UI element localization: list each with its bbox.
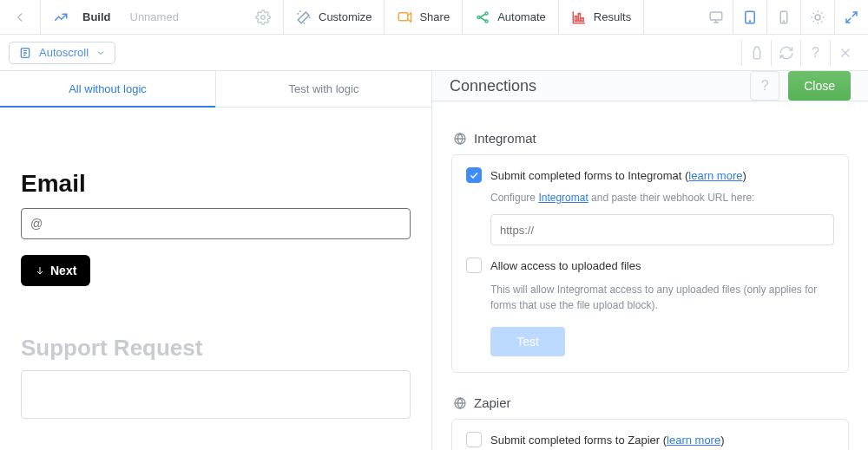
sun-icon [810, 10, 825, 25]
autoscroll-label: Autoscroll [39, 46, 89, 59]
share-tab[interactable]: Share [385, 0, 463, 34]
integromat-submit-label: Submit completed forms to Integromat (le… [490, 169, 746, 182]
integromat-allow-files-label: Allow access to uploaded files [490, 259, 641, 272]
panel-help-button[interactable]: ? [750, 71, 779, 101]
svg-point-13 [815, 15, 820, 20]
refresh-icon [779, 45, 794, 61]
zapier-submit-label: Submit completed forms to Zapier (learn … [490, 434, 725, 447]
device-mobile-button[interactable] [767, 0, 801, 34]
automate-tab[interactable]: Automate [463, 0, 559, 34]
integromat-configure-hint: Configure Integromat and paste their web… [490, 190, 834, 205]
zapier-learn-more-link[interactable]: learn more [667, 434, 720, 447]
toolbar-trash-button[interactable] [741, 40, 771, 66]
autoscroll-icon [18, 46, 32, 60]
zapier-submit-checkbox[interactable] [466, 432, 482, 447]
question-icon: ? [812, 45, 819, 61]
arrow-down-icon [35, 265, 45, 276]
globe-icon [453, 396, 467, 410]
mobile-icon [776, 10, 792, 25]
theme-button[interactable] [801, 0, 835, 34]
panel-title: Connections [450, 77, 536, 95]
svg-rect-5 [575, 16, 576, 21]
tab-test-with-logic[interactable]: Test with logic [216, 71, 431, 107]
form-settings-button[interactable] [255, 10, 271, 25]
integromat-webhook-input[interactable] [490, 214, 834, 245]
share-icon [397, 10, 412, 25]
svg-point-3 [485, 12, 488, 15]
integromat-card: Submit completed forms to Integromat (le… [451, 154, 849, 373]
tab-all-without-logic[interactable]: All without logic [0, 71, 216, 107]
results-icon [571, 10, 587, 25]
build-tab[interactable]: Build [82, 10, 111, 23]
back-button[interactable] [0, 0, 41, 34]
autoscroll-dropdown[interactable]: Autoscroll [9, 42, 115, 64]
integromat-allow-files-checkbox[interactable] [466, 258, 482, 273]
zapier-card: Submit completed forms to Zapier (learn … [451, 419, 849, 450]
next-button[interactable]: Next [21, 255, 90, 286]
integromat-allow-files-hint: This will allow Integromat access to any… [490, 282, 834, 313]
zapier-section-title: Zapier [453, 395, 847, 410]
close-icon [838, 45, 853, 61]
toolbar-close-button[interactable] [830, 40, 859, 66]
svg-point-10 [749, 20, 750, 21]
build-icon [53, 10, 69, 25]
globe-icon [453, 132, 467, 146]
svg-rect-6 [578, 13, 580, 21]
customize-tab[interactable]: Customize [284, 0, 385, 34]
expand-icon [844, 10, 859, 25]
integromat-learn-more-link[interactable]: learn more [688, 169, 742, 182]
chevron-left-icon [12, 10, 28, 25]
results-tab[interactable]: Results [559, 0, 644, 34]
svg-point-0 [261, 15, 266, 19]
email-input[interactable] [21, 208, 411, 239]
close-button[interactable]: Close [788, 71, 851, 101]
tablet-icon [742, 10, 758, 25]
svg-point-12 [783, 20, 784, 21]
svg-point-2 [477, 16, 480, 18]
form-name[interactable]: Unnamed [130, 10, 179, 23]
toolbar-help-button[interactable]: ? [800, 40, 830, 66]
integromat-configure-link[interactable]: Integromat [538, 192, 588, 204]
svg-rect-8 [710, 12, 722, 20]
check-icon [469, 170, 479, 180]
svg-rect-7 [582, 17, 583, 21]
toolbar-refresh-button[interactable] [771, 40, 800, 66]
fullscreen-button[interactable] [835, 0, 868, 34]
integromat-test-button[interactable]: Test [490, 327, 565, 356]
gear-icon [255, 10, 271, 25]
svg-rect-1 [399, 12, 409, 20]
automate-icon [475, 10, 490, 25]
support-request-block[interactable] [21, 370, 411, 419]
chevron-down-icon [95, 48, 106, 58]
svg-point-4 [485, 20, 488, 23]
device-desktop-button[interactable] [700, 0, 733, 34]
wand-icon [296, 10, 312, 25]
integromat-submit-checkbox[interactable] [466, 167, 482, 183]
integromat-section-title: Integromat [453, 131, 847, 146]
bottle-icon [749, 45, 765, 61]
device-tablet-button[interactable] [733, 0, 767, 34]
question-icon: ? [761, 78, 769, 94]
email-heading: Email [21, 170, 411, 198]
desktop-icon [708, 10, 724, 25]
support-request-heading: Support Request [21, 335, 411, 362]
